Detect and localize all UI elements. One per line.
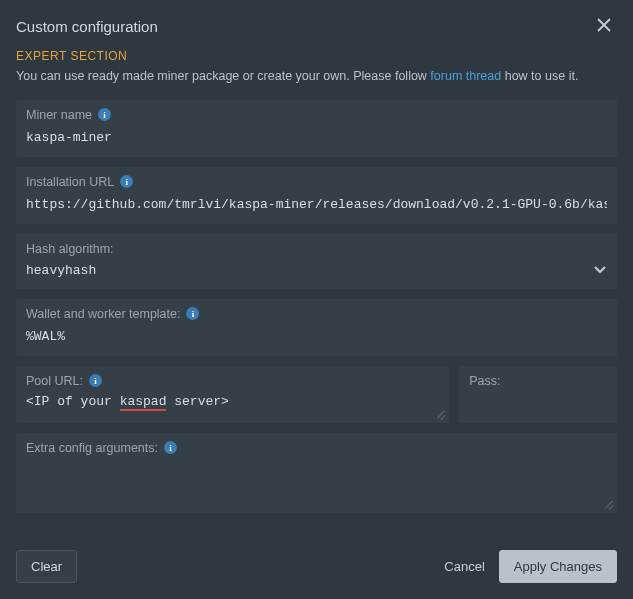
miner-name-input[interactable] [26,128,607,147]
pass-label: Pass: [469,374,607,388]
info-icon[interactable]: i [164,441,177,454]
cancel-button[interactable]: Cancel [430,551,498,582]
pass-input[interactable] [469,394,607,413]
extra-args-label-text: Extra config arguments: [26,441,158,455]
wallet-template-label: Wallet and worker template: i [26,307,607,321]
resize-handle-icon [435,409,445,419]
pool-url-input[interactable]: <IP of your kaspad server> [26,394,439,409]
apply-changes-button[interactable]: Apply Changes [499,550,617,583]
info-icon[interactable]: i [89,374,102,387]
pass-group: Pass: [459,366,617,423]
hash-algo-value: heavyhash [26,263,96,278]
hash-algo-group[interactable]: Hash algorithm: heavyhash [16,234,617,289]
hash-algo-label-text: Hash algorithm: [26,242,114,256]
info-icon[interactable]: i [186,307,199,320]
pool-url-label-text: Pool URL: [26,374,83,388]
info-icon[interactable]: i [120,175,133,188]
close-icon[interactable] [591,14,617,39]
modal-footer: Clear Cancel Apply Changes [16,536,617,583]
install-url-label: Installation URL i [26,175,607,189]
expert-intro: You can use ready made miner package or … [16,67,617,86]
miner-name-label: Miner name i [26,108,607,122]
miner-name-group: Miner name i [16,100,617,157]
forum-thread-link[interactable]: forum thread [430,69,501,83]
info-icon[interactable]: i [98,108,111,121]
install-url-label-text: Installation URL [26,175,114,189]
miner-name-label-text: Miner name [26,108,92,122]
install-url-input[interactable] [26,195,607,214]
extra-args-input[interactable] [26,461,607,500]
intro-text-post: how to use it. [501,69,578,83]
pool-url-post: server> [166,394,228,409]
pool-url-label: Pool URL: i [26,374,439,388]
pass-label-text: Pass: [469,374,500,388]
clear-button[interactable]: Clear [16,550,77,583]
pool-url-group: Pool URL: i <IP of your kaspad server> [16,366,449,423]
chevron-down-icon [593,262,607,279]
wallet-template-group: Wallet and worker template: i [16,299,617,356]
pool-url-pre: <IP of your [26,394,120,409]
pool-url-underlined: kaspad [120,394,167,411]
modal-title: Custom configuration [16,18,158,35]
extra-args-label: Extra config arguments: i [26,441,607,455]
hash-algo-select[interactable]: heavyhash [26,262,607,279]
resize-handle-icon [603,499,613,509]
hash-algo-label: Hash algorithm: [26,242,607,256]
install-url-group: Installation URL i [16,167,617,224]
custom-config-modal: Custom configuration EXPERT SECTION You … [0,0,633,599]
pool-pass-row: Pool URL: i <IP of your kaspad server> P… [16,366,617,423]
wallet-template-input[interactable] [26,327,607,346]
intro-text-pre: You can use ready made miner package or … [16,69,430,83]
modal-header: Custom configuration [16,14,617,49]
wallet-template-label-text: Wallet and worker template: [26,307,180,321]
extra-args-group: Extra config arguments: i [16,433,617,513]
expert-section-heading: EXPERT SECTION [16,49,617,63]
